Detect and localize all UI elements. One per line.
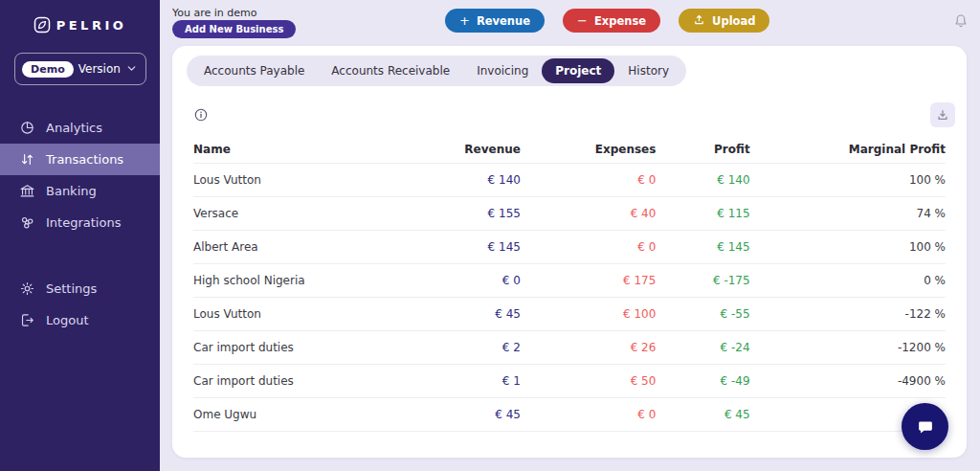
marginal-profit-cell: -4900 % <box>750 374 946 388</box>
content-card: Accounts Payable Accounts Receivable Inv… <box>172 46 967 458</box>
nav-section-gap <box>0 238 160 273</box>
sidebar-item-settings[interactable]: Settings <box>0 273 160 304</box>
expenses-cell: € 50 <box>521 374 656 388</box>
brand-logo: PELRIO <box>0 0 160 34</box>
minus-icon: − <box>577 14 588 27</box>
sidebar-item-label: Analytics <box>46 121 102 135</box>
profit-cell: € -24 <box>656 341 749 354</box>
profit-cell: € 140 <box>656 173 749 187</box>
header-expenses: Expenses <box>521 143 656 156</box>
table-header-row: Name Revenue Expenses Profit Marginal Pr… <box>193 135 946 164</box>
tab-bar: Accounts Payable Accounts Receivable Inv… <box>187 56 686 86</box>
topbar: You are in demo Add New Business + Reven… <box>160 0 980 44</box>
sidebar-item-integrations[interactable]: Integrations <box>0 207 160 238</box>
tab-history[interactable]: History <box>614 58 682 83</box>
table-row: Albert Area € 145 € 0 € 145 100 % <box>193 231 946 264</box>
sidebar-item-transactions[interactable]: Transactions <box>0 144 160 175</box>
tab-accounts-payable[interactable]: Accounts Payable <box>190 58 318 83</box>
add-new-business-button[interactable]: Add New Business <box>172 20 296 38</box>
revenue-cell: € 1 <box>396 374 521 388</box>
projects-table: Name Revenue Expenses Profit Marginal Pr… <box>193 135 946 432</box>
brand-name: PELRIO <box>56 18 127 33</box>
expense-button[interactable]: − Expense <box>563 9 660 33</box>
name-cell: Albert Area <box>193 240 396 254</box>
logout-icon <box>19 312 35 328</box>
sidebar-item-analytics[interactable]: Analytics <box>0 112 160 144</box>
table-row: Car import duties € 2 € 26 € -24 -1200 % <box>193 331 946 365</box>
marginal-profit-cell: 74 % <box>750 207 946 220</box>
pelrio-logo-icon <box>33 16 51 34</box>
chat-widget-button[interactable] <box>902 403 948 450</box>
plus-icon: + <box>459 14 470 27</box>
header-name: Name <box>193 143 396 156</box>
download-button[interactable] <box>930 102 955 127</box>
name-cell: Lous Vutton <box>193 307 396 321</box>
header-profit: Profit <box>656 143 749 156</box>
tab-invoicing[interactable]: Invoicing <box>463 58 542 83</box>
sidebar-item-logout[interactable]: Logout <box>0 304 160 336</box>
revenue-cell: € 2 <box>396 341 521 354</box>
profit-cell: € 115 <box>656 207 749 220</box>
table-row: Lous Vutton € 140 € 0 € 140 100 % <box>193 164 946 197</box>
profit-cell: € 145 <box>656 240 749 254</box>
chevron-down-icon <box>125 60 138 78</box>
table-row: Ome Ugwu € 45 € 0 € 45 <box>193 398 946 432</box>
marginal-profit-cell: 100 % <box>750 240 946 254</box>
name-cell: Versace <box>193 207 396 220</box>
header-revenue: Revenue <box>396 143 521 156</box>
tab-project[interactable]: Project <box>542 58 614 83</box>
table-row: High school Nigeria € 0 € 175 € -175 0 % <box>193 264 946 298</box>
table-row: Lous Vutton € 45 € 100 € -55 -122 % <box>193 298 946 331</box>
sidebar-item-label: Banking <box>46 184 97 198</box>
revenue-cell: € 45 <box>396 307 521 321</box>
pie-chart-icon <box>19 120 35 136</box>
tab-accounts-receivable[interactable]: Accounts Receivable <box>318 58 463 83</box>
table-row: Versace € 155 € 40 € 115 74 % <box>193 197 946 231</box>
profit-cell: € -175 <box>656 274 749 287</box>
download-icon <box>936 108 949 122</box>
profit-cell: € -49 <box>656 374 749 388</box>
arrows-up-down-icon <box>19 151 35 168</box>
expenses-cell: € 0 <box>521 408 656 421</box>
gear-icon <box>19 280 35 297</box>
profit-cell: € -55 <box>656 307 749 321</box>
demo-banner: You are in demo <box>172 7 256 19</box>
sidebar-item-label: Transactions <box>46 152 123 167</box>
revenue-button[interactable]: + Revenue <box>445 9 545 33</box>
sidebar: PELRIO Demo Version Analytics <box>0 0 160 471</box>
table-row: Car import duties € 1 € 50 € -49 -4900 % <box>193 365 946 398</box>
revenue-cell: € 155 <box>396 207 521 220</box>
linked-nodes-icon <box>19 214 35 231</box>
expenses-cell: € 100 <box>521 307 656 321</box>
demo-badge: Demo <box>22 61 74 78</box>
expenses-cell: € 0 <box>521 240 656 254</box>
version-label: Version <box>78 62 121 76</box>
expenses-cell: € 175 <box>521 274 656 287</box>
marginal-profit-cell: -122 % <box>750 307 946 321</box>
upload-icon <box>693 13 705 28</box>
sidebar-item-label: Settings <box>46 281 97 296</box>
info-icon[interactable] <box>193 107 209 123</box>
marginal-profit-cell: 0 % <box>750 274 946 287</box>
name-cell: Lous Vutton <box>193 173 396 187</box>
expenses-cell: € 0 <box>521 173 656 187</box>
revenue-cell: € 145 <box>396 240 521 254</box>
version-selector[interactable]: Demo Version <box>14 53 146 85</box>
expenses-cell: € 26 <box>521 341 656 354</box>
upload-button[interactable]: Upload <box>679 9 769 33</box>
revenue-cell: € 45 <box>396 408 521 421</box>
name-cell: Ome Ugwu <box>193 408 396 421</box>
sidebar-item-banking[interactable]: Banking <box>0 175 160 207</box>
chat-bubble-icon <box>915 416 936 437</box>
marginal-profit-cell: 100 % <box>750 173 946 187</box>
sidebar-item-label: Logout <box>46 313 89 327</box>
profit-cell: € 45 <box>656 408 749 421</box>
utility-row <box>193 102 955 127</box>
name-cell: Car import duties <box>193 341 396 354</box>
name-cell: Car import duties <box>193 374 396 388</box>
topbar-actions: + Revenue − Expense Upload <box>445 9 769 33</box>
sidebar-item-label: Integrations <box>46 215 121 230</box>
revenue-cell: € 140 <box>396 173 521 187</box>
app-root: PELRIO Demo Version Analytics <box>0 0 980 471</box>
notification-bell-icon[interactable] <box>951 12 970 32</box>
